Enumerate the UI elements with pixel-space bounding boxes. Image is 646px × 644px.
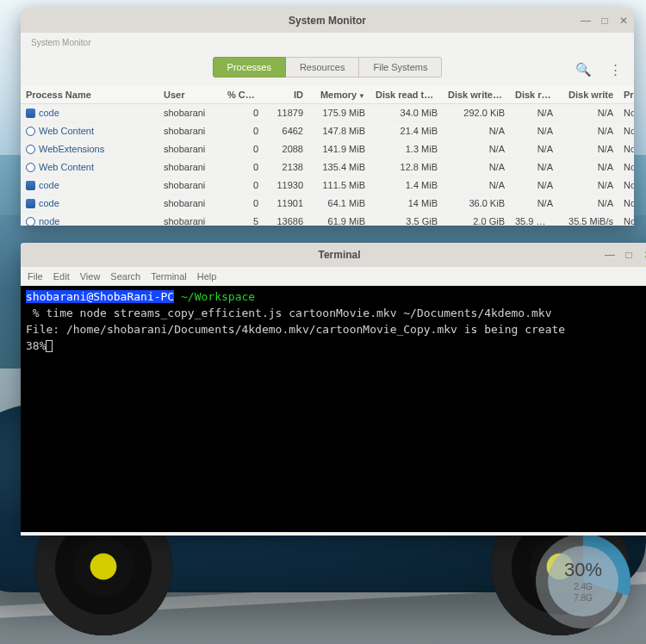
sysmon-tabs: Processes Resources File Systems <box>21 57 634 77</box>
cell-read: N/A <box>510 176 558 195</box>
cell-cpu: 0 <box>222 122 264 140</box>
cell-cpu: 0 <box>222 195 264 213</box>
col-read-total[interactable]: Disk read total <box>370 86 443 104</box>
sysmon-titlebar[interactable]: System Monitor — □ ✕ <box>21 9 634 33</box>
cell-user: shobarani <box>158 213 222 226</box>
cell-id: 11879 <box>264 104 308 122</box>
cell-write: 35.5 MiB/s <box>558 213 618 226</box>
menu-terminal[interactable]: Terminal <box>151 271 187 282</box>
search-icon[interactable]: 🔍 <box>575 62 592 77</box>
sysmon-title: System Monitor <box>289 15 366 27</box>
col-cpu[interactable]: % CPU <box>222 86 264 104</box>
process-web-icon <box>26 163 35 172</box>
table-row[interactable]: codeshobarani01190164.1 MiB14 MiB36.0 Ki… <box>21 195 634 213</box>
close-icon[interactable]: ✕ <box>643 250 646 260</box>
cell-read: N/A <box>510 140 558 158</box>
tab-resources[interactable]: Resources <box>286 57 360 77</box>
process-code-icon <box>26 199 35 208</box>
process-name: code <box>39 180 59 190</box>
cell-priority: Normal <box>618 213 634 226</box>
cell-write-total: N/A <box>443 176 510 195</box>
cell-cpu: 0 <box>222 176 264 195</box>
menu-search[interactable]: Search <box>110 271 140 282</box>
cell-user: shobarani <box>158 176 222 195</box>
cell-memory: 175.9 MiB <box>308 104 370 122</box>
process-name: WebExtensions <box>39 144 104 154</box>
cell-write-total: N/A <box>443 140 510 158</box>
memory-ring-widget: 30% 2.4G 7.8G <box>536 534 630 629</box>
cell-cpu: 5 <box>222 213 264 226</box>
menu-view[interactable]: View <box>80 271 101 282</box>
terminal-title: Terminal <box>318 249 360 261</box>
ring-total: 7.8G <box>574 592 593 604</box>
cell-read-total: 1.4 MiB <box>370 176 443 195</box>
cell-user: shobarani <box>158 158 222 176</box>
cell-cpu: 0 <box>222 104 264 122</box>
col-name[interactable]: Process Name <box>21 86 158 104</box>
col-read[interactable]: Disk read <box>510 86 558 104</box>
cell-read: 35.9 MiB/s <box>510 213 558 226</box>
maximize-icon[interactable]: □ <box>624 250 634 260</box>
cell-id: 2138 <box>264 158 308 176</box>
menu-edit[interactable]: Edit <box>53 271 70 282</box>
cell-write: N/A <box>558 176 618 195</box>
cursor-icon <box>46 340 53 352</box>
table-row[interactable]: Web Contentshobarani02138135.4 MiB12.8 M… <box>21 158 634 176</box>
terminal-titlebar[interactable]: Terminal — □ ✕ <box>21 243 646 267</box>
cell-user: shobarani <box>158 195 222 213</box>
cell-write-total: 292.0 KiB <box>443 104 510 122</box>
process-name: Web Content <box>39 126 94 136</box>
col-write-total[interactable]: Disk write total <box>443 86 510 104</box>
cell-read-total: 12.8 MiB <box>370 158 443 176</box>
minimize-icon[interactable]: — <box>605 250 615 260</box>
minimize-icon[interactable]: — <box>581 15 591 26</box>
cell-id: 6462 <box>264 122 308 140</box>
cell-id: 11930 <box>264 176 308 195</box>
tab-filesystems[interactable]: File Systems <box>359 57 442 77</box>
cell-read: N/A <box>510 195 558 213</box>
cell-memory: 135.4 MiB <box>308 158 370 176</box>
cell-write-total: 36.0 KiB <box>443 195 510 213</box>
col-priority[interactable]: Priority <box>618 86 634 104</box>
cell-memory: 111.5 MiB <box>308 176 370 195</box>
cell-user: shobarani <box>158 122 222 140</box>
cell-id: 11901 <box>264 195 308 213</box>
cell-write: N/A <box>558 104 618 122</box>
cell-priority: Normal <box>618 122 634 140</box>
process-name: Web Content <box>39 162 94 172</box>
process-name: code <box>39 198 59 208</box>
cell-read-total: 14 MiB <box>370 195 443 213</box>
cell-write-total: N/A <box>443 158 510 176</box>
col-memory[interactable]: Memory▼ <box>308 86 370 104</box>
cell-user: shobarani <box>158 104 222 122</box>
cell-cpu: 0 <box>222 140 264 158</box>
cell-write: N/A <box>558 158 618 176</box>
col-user[interactable]: User <box>158 86 222 104</box>
terminal-body[interactable]: shobarani@ShobaRani-PC ~/Workspace % tim… <box>21 286 646 532</box>
table-row[interactable]: codeshobarani011879175.9 MiB34.0 MiB292.… <box>21 104 634 122</box>
terminal-output-line: File: /home/shobarani/Documents/4kdemo.m… <box>26 323 565 336</box>
process-web-icon <box>26 145 35 154</box>
menu-help[interactable]: Help <box>197 271 217 282</box>
cell-read-total: 21.4 MiB <box>370 122 443 140</box>
tab-processes[interactable]: Processes <box>213 57 286 77</box>
table-row[interactable]: codeshobarani011930111.5 MiB1.4 MiBN/AN/… <box>21 176 634 195</box>
cell-user: shobarani <box>158 140 222 158</box>
close-icon[interactable]: ✕ <box>618 15 629 26</box>
sort-desc-icon: ▼ <box>357 92 365 100</box>
cell-read: N/A <box>510 122 558 140</box>
maximize-icon[interactable]: □ <box>599 15 610 26</box>
menu-file[interactable]: File <box>28 271 43 282</box>
cell-priority: Normal <box>618 140 634 158</box>
cell-cpu: 0 <box>222 158 264 176</box>
col-id[interactable]: ID <box>264 86 308 104</box>
table-row[interactable]: WebExtensionsshobarani02088141.9 MiB1.3 … <box>21 140 634 158</box>
col-write[interactable]: Disk write <box>558 86 618 104</box>
process-table: Process Name User % CPU ID Memory▼ Disk … <box>21 86 634 226</box>
terminal-window: Terminal — □ ✕ File Edit View Search Ter… <box>21 243 646 536</box>
menu-icon[interactable]: ⋮ <box>609 62 622 77</box>
cell-id: 2088 <box>264 140 308 158</box>
cell-priority: Normal <box>618 158 634 176</box>
table-row[interactable]: Web Contentshobarani06462147.8 MiB21.4 M… <box>21 122 634 140</box>
table-row[interactable]: nodeshobarani51368661.9 MiB3.5 GiB2.0 Gi… <box>21 213 634 226</box>
